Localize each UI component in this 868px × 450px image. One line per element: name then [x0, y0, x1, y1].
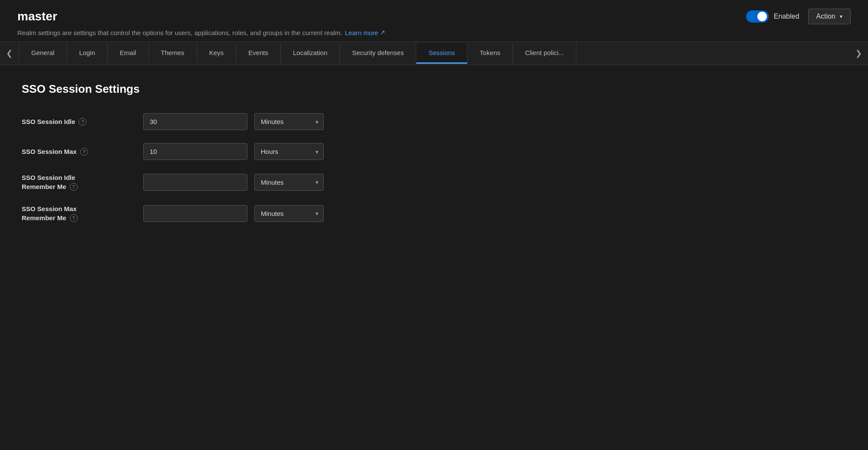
tab-email[interactable]: Email	[108, 43, 149, 64]
field-label-multiline-idle-remember: SSO Session Idle Remember Me ?	[22, 173, 78, 191]
tab-keys[interactable]: Keys	[197, 43, 236, 64]
realm-title: master	[17, 10, 57, 23]
field-label-multiline-max-remember: SSO Session Max Remember Me ?	[22, 204, 78, 222]
field-label-with-help-idle-remember: Remember Me ?	[22, 182, 78, 191]
tab-events[interactable]: Events	[236, 43, 281, 64]
tabs: General Login Email Themes Keys Events L…	[19, 43, 849, 64]
select-wrapper-sso-session-max-remember-me: Minutes Hours Days ▾	[254, 205, 324, 222]
chevron-right-icon: ❯	[855, 49, 862, 58]
main-content: SSO Session Settings SSO Session Idle ? …	[0, 65, 868, 253]
learn-more-link[interactable]: Learn more ↗	[345, 29, 386, 36]
tab-sessions[interactable]: Sessions	[416, 43, 467, 64]
help-icon-sso-session-max[interactable]: ?	[80, 148, 88, 156]
form-row-sso-session-max: SSO Session Max ? Minutes Hours Days ▾	[22, 143, 846, 160]
field-label-sso-session-max: SSO Session Max	[22, 148, 77, 155]
input-sso-session-idle[interactable]	[143, 113, 247, 130]
form-row-sso-session-idle-remember-me: SSO Session Idle Remember Me ? Minutes H…	[22, 173, 846, 191]
field-label-idle-remember-line1: SSO Session Idle	[22, 173, 78, 182]
tab-client-policies[interactable]: Client polici...	[513, 43, 576, 64]
chevron-left-icon: ❮	[6, 49, 13, 58]
help-icon-sso-session-idle[interactable]: ?	[79, 118, 86, 126]
form-row-sso-session-max-remember-me: SSO Session Max Remember Me ? Minutes Ho…	[22, 204, 846, 222]
tab-themes[interactable]: Themes	[149, 43, 197, 64]
subtitle-text: Realm settings are settings that control…	[17, 29, 342, 36]
label-container-sso-session-idle-remember-me: SSO Session Idle Remember Me ?	[22, 173, 143, 191]
tab-security-defenses[interactable]: Security defenses	[340, 43, 416, 64]
field-label-max-remember-line1: SSO Session Max	[22, 204, 78, 213]
help-icon-max-remember[interactable]: ?	[70, 214, 78, 222]
external-link-icon: ↗	[380, 29, 385, 36]
tab-login[interactable]: Login	[67, 43, 108, 64]
tab-localization[interactable]: Localization	[281, 43, 340, 64]
field-label-with-help-max-remember: Remember Me ?	[22, 213, 78, 222]
toggle-track	[746, 10, 769, 23]
action-chevron-icon: ▾	[840, 13, 842, 20]
field-label-idle-remember-line2: Remember Me	[22, 182, 66, 191]
section-title: SSO Session Settings	[22, 82, 846, 96]
enabled-label: Enabled	[774, 13, 799, 20]
input-sso-session-idle-remember-me[interactable]	[143, 174, 247, 191]
header-top: master Enabled Action ▾	[17, 9, 851, 24]
select-sso-session-idle-remember-me[interactable]: Minutes Hours Days	[254, 174, 324, 191]
select-wrapper-sso-session-idle: Minutes Hours Days ▾	[254, 113, 324, 130]
tab-general[interactable]: General	[19, 43, 67, 64]
header: master Enabled Action ▾ Realm settings a…	[0, 0, 868, 42]
tab-tokens[interactable]: Tokens	[467, 43, 513, 64]
select-sso-session-max[interactable]: Minutes Hours Days	[254, 143, 324, 160]
field-label-sso-session-idle: SSO Session Idle	[22, 118, 75, 125]
label-container-sso-session-max: SSO Session Max ?	[22, 148, 143, 156]
action-button[interactable]: Action ▾	[808, 9, 851, 24]
help-icon-idle-remember[interactable]: ?	[70, 183, 78, 191]
toggle-container: Enabled	[746, 10, 799, 23]
form-row-sso-session-idle: SSO Session Idle ? Minutes Hours Days ▾	[22, 113, 846, 130]
input-sso-session-max[interactable]	[143, 143, 247, 160]
tab-scroll-right-button[interactable]: ❯	[849, 42, 868, 65]
select-wrapper-sso-session-max: Minutes Hours Days ▾	[254, 143, 324, 160]
header-right: Enabled Action ▾	[746, 9, 851, 24]
tab-scroll-left-button[interactable]: ❮	[0, 42, 19, 65]
toggle-thumb	[757, 12, 767, 21]
subtitle: Realm settings are settings that control…	[17, 29, 851, 36]
action-label: Action	[816, 13, 835, 20]
learn-more-label: Learn more	[345, 29, 378, 36]
select-sso-session-idle[interactable]: Minutes Hours Days	[254, 113, 324, 130]
select-sso-session-max-remember-me[interactable]: Minutes Hours Days	[254, 205, 324, 222]
field-label-max-remember-line2: Remember Me	[22, 213, 66, 222]
label-container-sso-session-max-remember-me: SSO Session Max Remember Me ?	[22, 204, 143, 222]
input-sso-session-max-remember-me[interactable]	[143, 205, 247, 222]
label-container-sso-session-idle: SSO Session Idle ?	[22, 118, 143, 126]
enabled-toggle[interactable]	[746, 10, 769, 23]
select-wrapper-sso-session-idle-remember-me: Minutes Hours Days ▾	[254, 174, 324, 191]
tabs-container: ❮ General Login Email Themes Keys Events…	[0, 42, 868, 65]
